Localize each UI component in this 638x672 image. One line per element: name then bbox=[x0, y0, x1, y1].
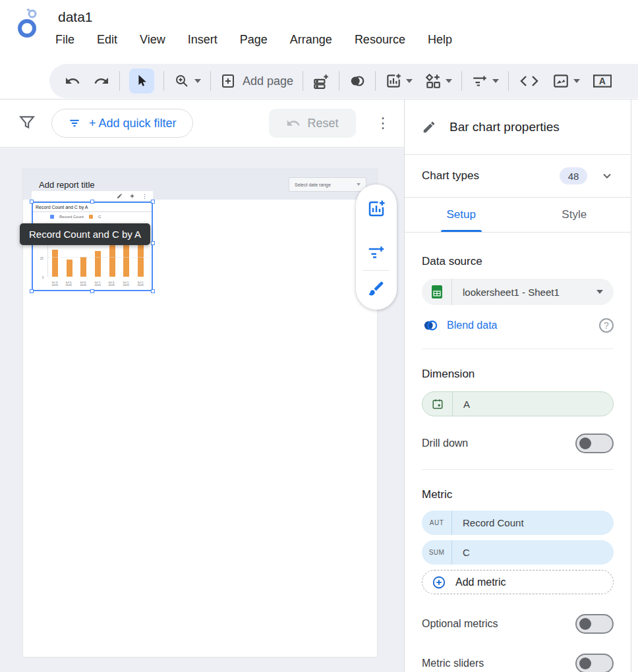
quick-filter-icon bbox=[68, 117, 81, 130]
section-divider bbox=[422, 349, 614, 349]
add-control-button[interactable] bbox=[471, 72, 499, 90]
metric-value: C bbox=[452, 547, 614, 558]
data-source-section: Data source lookersheet1 - Sheet1 Blend … bbox=[405, 255, 631, 349]
blend-data-row: Blend data ? bbox=[422, 318, 614, 333]
quick-add-chart-icon[interactable] bbox=[366, 199, 386, 219]
mini-xlabels: Jul 3,2025Jul 5,2025Jul 6,2025Jul 7,2025… bbox=[47, 279, 148, 289]
tab-style[interactable]: Style bbox=[518, 198, 631, 232]
optional-metrics-label: Optional metrics bbox=[422, 618, 575, 630]
toolbar-divider bbox=[303, 71, 303, 91]
chevron-down-icon bbox=[492, 79, 499, 83]
blend-icon[interactable] bbox=[349, 72, 366, 90]
document-title[interactable]: data1 bbox=[58, 9, 93, 25]
help-icon[interactable]: ? bbox=[599, 318, 614, 333]
chevron-down-icon[interactable] bbox=[600, 169, 614, 182]
pill-divider bbox=[363, 270, 390, 271]
selection-handle[interactable] bbox=[30, 200, 34, 204]
metric-section: Metric AUT Record Count SUM C Add metric… bbox=[405, 488, 631, 672]
tab-setup[interactable]: Setup bbox=[405, 198, 518, 232]
mini-chart-legend: Record Count C bbox=[33, 212, 152, 220]
selection-handle[interactable] bbox=[90, 200, 94, 204]
date-range-control[interactable]: Select date range bbox=[289, 177, 366, 192]
menu-edit[interactable]: Edit bbox=[97, 33, 117, 47]
chevron-down-icon bbox=[357, 183, 361, 186]
metric-field-c[interactable]: SUM C bbox=[422, 540, 614, 565]
add-chart-button[interactable] bbox=[385, 72, 413, 90]
add-page-button[interactable]: Add page bbox=[220, 73, 293, 89]
menu-file[interactable]: File bbox=[55, 33, 74, 47]
filter-funnel-icon[interactable] bbox=[18, 114, 36, 131]
add-quick-filter-button[interactable]: + Add quick filter bbox=[51, 109, 193, 138]
more-options-icon[interactable]: ⋮ bbox=[376, 110, 389, 136]
add-page-label: Add page bbox=[243, 74, 293, 88]
right-gutter bbox=[632, 99, 638, 672]
quick-theme-brush-icon[interactable] bbox=[366, 279, 386, 298]
chart-types-row[interactable]: Chart types 48 bbox=[405, 155, 631, 198]
selection-handle[interactable] bbox=[151, 289, 155, 293]
legend-swatch-record-count bbox=[50, 215, 54, 219]
data-source-field[interactable]: lookersheet1 - Sheet1 bbox=[422, 279, 614, 305]
mini-chart[interactable]: Record Count and C by A Record Count C 0… bbox=[32, 202, 153, 291]
blend-data-link[interactable]: Blend data bbox=[447, 320, 591, 331]
data-source-value: lookersheet1 - Sheet1 bbox=[452, 287, 596, 298]
drill-down-row: Drill down bbox=[422, 434, 614, 453]
report-title-placeholder[interactable]: Add report title bbox=[39, 180, 289, 190]
date-range-label: Select date range bbox=[295, 182, 331, 187]
selection-handle[interactable] bbox=[151, 200, 155, 204]
dimension-field[interactable]: A bbox=[422, 391, 614, 416]
metric-heading: Metric bbox=[422, 488, 614, 501]
chevron-down-icon bbox=[596, 290, 603, 294]
text-box-icon[interactable]: A bbox=[592, 72, 612, 90]
menu-view[interactable]: View bbox=[140, 33, 165, 47]
chart-tooltip: Record Count and C by A bbox=[20, 223, 150, 245]
add-metric-button[interactable]: Add metric bbox=[422, 570, 614, 594]
selection-handle[interactable] bbox=[151, 241, 155, 245]
add-page-icon bbox=[220, 73, 236, 89]
selection-handle[interactable] bbox=[90, 289, 94, 293]
edit-pencil-icon[interactable] bbox=[117, 193, 123, 199]
menu-insert[interactable]: Insert bbox=[188, 33, 218, 47]
community-viz-button[interactable] bbox=[424, 72, 452, 90]
metric-sliders-row: Metric sliders bbox=[422, 654, 614, 672]
chart-types-badge: 48 bbox=[560, 167, 587, 184]
zoom-tool-button[interactable] bbox=[173, 72, 201, 90]
add-image-button[interactable] bbox=[552, 72, 580, 90]
sheets-icon bbox=[422, 279, 452, 305]
metric-sliders-toggle[interactable] bbox=[575, 654, 614, 672]
drill-down-toggle[interactable] bbox=[575, 434, 614, 453]
menu-help[interactable]: Help bbox=[428, 33, 452, 47]
embed-icon[interactable] bbox=[518, 72, 540, 90]
selection-handle[interactable] bbox=[30, 289, 34, 293]
toolbar-divider bbox=[508, 71, 509, 91]
panel-tabs: Setup Style bbox=[405, 198, 631, 233]
magic-sparkle-icon[interactable] bbox=[129, 193, 135, 199]
cursor-icon bbox=[134, 74, 149, 88]
redo-icon[interactable] bbox=[93, 72, 110, 90]
chart-more-options-icon[interactable]: ⋮ bbox=[142, 193, 148, 200]
menu-resource[interactable]: Resource bbox=[355, 33, 405, 47]
toolbar-divider bbox=[163, 71, 164, 91]
toolbar-divider bbox=[119, 71, 120, 91]
add-data-icon[interactable] bbox=[312, 72, 330, 90]
quick-add-control-icon[interactable] bbox=[366, 242, 386, 262]
properties-panel: Bar chart properties Chart types 48 Setu… bbox=[404, 99, 631, 672]
section-divider bbox=[422, 469, 614, 470]
calendar-icon bbox=[422, 392, 453, 416]
report-canvas[interactable]: Add report title Select date range ⋮ Rec… bbox=[0, 148, 404, 672]
optional-metrics-toggle[interactable] bbox=[575, 614, 614, 634]
menu-arrange[interactable]: Arrange bbox=[290, 33, 332, 47]
reset-button[interactable]: Reset bbox=[269, 109, 356, 138]
mini-chart-title: Record Count and C by A bbox=[33, 203, 152, 212]
image-icon bbox=[552, 72, 569, 90]
blend-data-icon bbox=[422, 318, 439, 333]
chart-types-label: Chart types bbox=[422, 169, 560, 182]
optional-metrics-row: Optional metrics bbox=[422, 614, 614, 634]
main-area: + Add quick filter Reset ⋮ Add report ti… bbox=[0, 99, 638, 672]
undo-icon[interactable] bbox=[64, 72, 81, 90]
metric-field-record-count[interactable]: AUT Record Count bbox=[422, 511, 614, 535]
toolbar-divider bbox=[375, 71, 376, 91]
select-tool-button[interactable] bbox=[129, 69, 154, 94]
panel-header: Bar chart properties bbox=[405, 99, 631, 155]
menu-page[interactable]: Page bbox=[240, 33, 268, 47]
zoom-icon bbox=[173, 72, 190, 90]
